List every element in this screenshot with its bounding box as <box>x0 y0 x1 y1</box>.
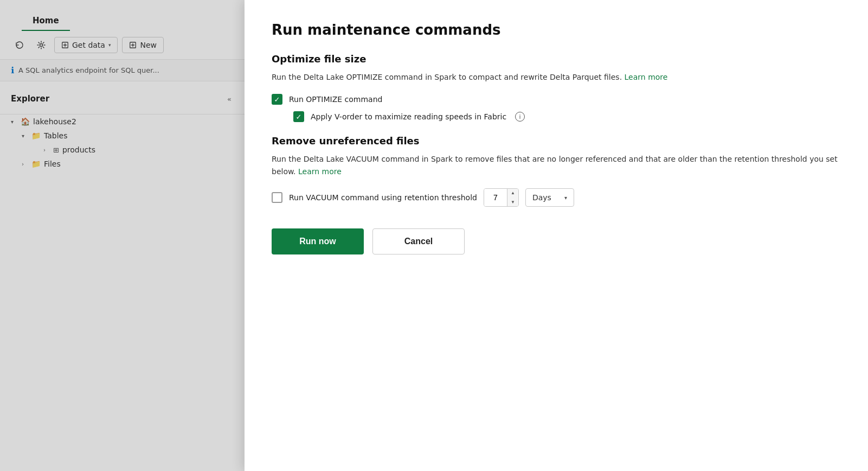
threshold-unit-select[interactable]: Days ▾ <box>525 188 574 207</box>
optimize-section-title: Optimize file size <box>272 53 841 65</box>
run-vacuum-label: Run VACUUM command using retention thres… <box>289 193 477 202</box>
run-optimize-check-icon: ✓ <box>274 96 280 104</box>
run-now-button[interactable]: Run now <box>272 228 364 254</box>
vacuum-section-title: Remove unreferenced files <box>272 135 841 147</box>
run-optimize-checkbox[interactable]: ✓ <box>272 94 282 105</box>
v-order-check-icon: ✓ <box>296 113 302 121</box>
v-order-row: ✓ Apply V-order to maximize reading spee… <box>272 111 841 122</box>
optimize-description: Run the Delta Lake OPTIMIZE command in S… <box>272 71 841 83</box>
vacuum-learn-more-link[interactable]: Learn more <box>298 167 342 176</box>
cancel-button[interactable]: Cancel <box>372 228 465 254</box>
vacuum-row: ✓ Run VACUUM command using retention thr… <box>272 188 841 207</box>
vacuum-section: Remove unreferenced files Run the Delta … <box>272 135 841 207</box>
v-order-label: Apply V-order to maximize reading speeds… <box>311 112 506 121</box>
threshold-decrement-button[interactable]: ▼ <box>507 198 518 207</box>
button-row: Run now Cancel <box>272 228 841 254</box>
run-optimize-row: ✓ Run OPTIMIZE command <box>272 94 841 105</box>
modal-title: Run maintenance commands <box>272 22 841 38</box>
threshold-unit-label: Days <box>532 193 551 202</box>
vacuum-description: Run the Delta Lake VACUUM command in Spa… <box>272 153 841 177</box>
optimize-learn-more-link[interactable]: Learn more <box>625 73 668 81</box>
threshold-value-input[interactable] <box>484 189 507 206</box>
threshold-increment-button[interactable]: ▲ <box>507 188 518 198</box>
threshold-number-input[interactable]: ▲ ▼ <box>484 188 519 207</box>
run-vacuum-checkbox[interactable]: ✓ <box>272 192 282 203</box>
optimize-section: Optimize file size Run the Delta Lake OP… <box>272 53 841 122</box>
run-optimize-label: Run OPTIMIZE command <box>289 95 382 104</box>
v-order-checkbox[interactable]: ✓ <box>293 111 304 122</box>
threshold-spinners: ▲ ▼ <box>507 188 518 207</box>
v-order-info-icon[interactable]: i <box>515 112 525 122</box>
days-chevron-icon: ▾ <box>564 195 567 201</box>
modal-panel: Run maintenance commands Optimize file s… <box>245 0 868 471</box>
